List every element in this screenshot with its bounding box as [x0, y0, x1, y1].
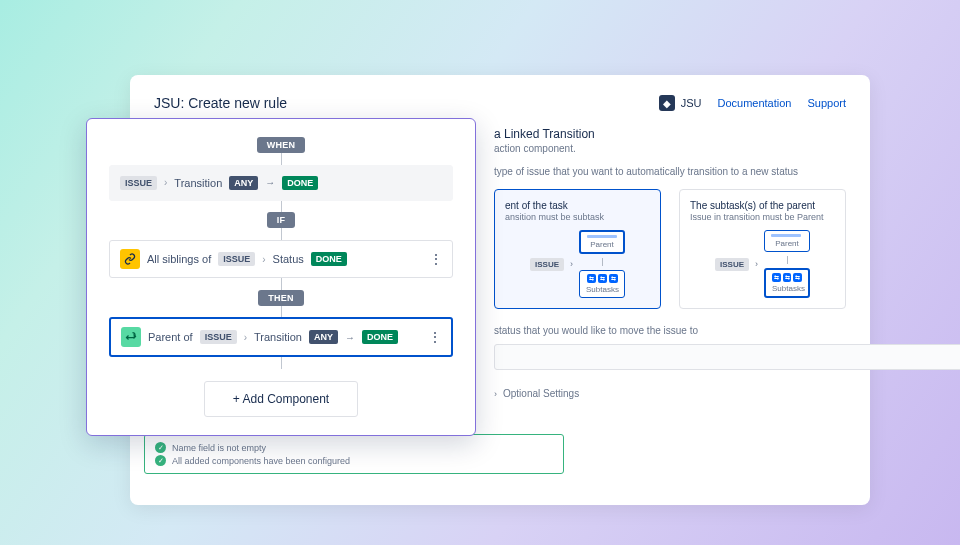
option-title: The subtask(s) of the parent — [690, 200, 835, 211]
parent-of-label: Parent of — [148, 331, 193, 343]
issue-chip: ISSUE — [120, 176, 157, 190]
status-label: Status — [273, 253, 304, 265]
when-row[interactable]: ISSUE › Transition ANY → DONE — [109, 165, 453, 201]
done-chip: DONE — [311, 252, 347, 266]
rule-builder-overlay: WHEN ISSUE › Transition ANY → DONE IF Al… — [86, 118, 476, 436]
check-components-configured: ✓ All added components have been configu… — [155, 454, 553, 467]
chevron-icon: › — [164, 177, 167, 188]
panel-header: JSU: Create new rule ◆ JSU Documentation… — [154, 95, 846, 111]
chevron-icon: › — [244, 332, 247, 343]
when-label: WHEN — [257, 137, 306, 153]
option-row: ent of the task ansition must be subtask… — [494, 189, 846, 309]
if-row[interactable]: All siblings of ISSUE › Status DONE ⋮ — [109, 240, 453, 278]
transition-label: Transition — [254, 331, 302, 343]
option-parent-of-task[interactable]: ent of the task ansition must be subtask… — [494, 189, 661, 309]
more-menu-button[interactable]: ⋮ — [429, 251, 442, 267]
optional-label: Optional Settings — [503, 388, 579, 399]
any-chip: ANY — [309, 330, 338, 344]
subtasks-box: ⇆⇆⇆ Subtasks — [764, 268, 810, 298]
validation-checks: ✓ Name field is not empty ✓ All added co… — [144, 434, 564, 474]
any-chip: ANY — [229, 176, 258, 190]
option-subtasks-of-parent[interactable]: The subtask(s) of the parent Issue in tr… — [679, 189, 846, 309]
arrow-icon: › — [755, 259, 758, 269]
header-right: ◆ JSU Documentation Support — [659, 95, 846, 111]
chevron-right-icon: › — [494, 389, 497, 399]
diagram-1: ISSUE › Parent ⇆⇆⇆ Subtasks — [505, 230, 650, 298]
support-link[interactable]: Support — [807, 97, 846, 109]
diagram-col: Parent ⇆⇆⇆ Subtasks — [764, 230, 810, 298]
option-sub: Issue in transition must be Parent — [690, 212, 835, 222]
siblings-label: All siblings of — [147, 253, 211, 265]
then-label: THEN — [258, 290, 304, 306]
brand-icon: ◆ — [659, 95, 675, 111]
page-title: JSU: Create new rule — [154, 95, 287, 111]
status-select[interactable]: ⌄ — [494, 344, 960, 370]
option-title: ent of the task — [505, 200, 650, 211]
section-title: a Linked Transition — [494, 127, 846, 141]
documentation-link[interactable]: Documentation — [717, 97, 791, 109]
arrow-icon: → — [345, 332, 355, 343]
brand: ◆ JSU — [659, 95, 702, 111]
parent-box: Parent — [579, 230, 625, 254]
section-subtitle: action component. — [494, 143, 846, 154]
option-sub: ansition must be subtask — [505, 212, 650, 222]
issue-chip: ISSUE — [530, 258, 564, 271]
parent-box: Parent — [764, 230, 810, 252]
optional-settings-toggle[interactable]: › Optional Settings — [494, 388, 846, 399]
issue-chip: ISSUE — [715, 258, 749, 271]
subtasks-box: ⇆⇆⇆ Subtasks — [579, 270, 625, 298]
pick-subtitle: type of issue that you want to automatic… — [494, 166, 846, 177]
transition-label: Transition — [174, 177, 222, 189]
more-menu-button[interactable]: ⋮ — [428, 329, 441, 345]
transition-icon — [121, 327, 141, 347]
brand-label: JSU — [681, 97, 702, 109]
then-row[interactable]: Parent of ISSUE › Transition ANY → DONE … — [109, 317, 453, 357]
chevron-icon: › — [262, 254, 265, 265]
check-icon: ✓ — [155, 455, 166, 466]
link-icon — [120, 249, 140, 269]
diagram-col: Parent ⇆⇆⇆ Subtasks — [579, 230, 625, 298]
check-name-not-empty: ✓ Name field is not empty — [155, 441, 553, 454]
status-subtitle: status that you would like to move the i… — [494, 325, 846, 336]
add-component-button[interactable]: + Add Component — [204, 381, 358, 417]
issue-chip: ISSUE — [218, 252, 255, 266]
arrow-icon: › — [570, 259, 573, 269]
done-chip: DONE — [362, 330, 398, 344]
diagram-2: ISSUE › Parent ⇆⇆⇆ Subtasks — [690, 230, 835, 298]
done-chip: DONE — [282, 176, 318, 190]
check-icon: ✓ — [155, 442, 166, 453]
arrow-icon: → — [265, 177, 275, 188]
if-label: IF — [267, 212, 296, 228]
issue-chip: ISSUE — [200, 330, 237, 344]
